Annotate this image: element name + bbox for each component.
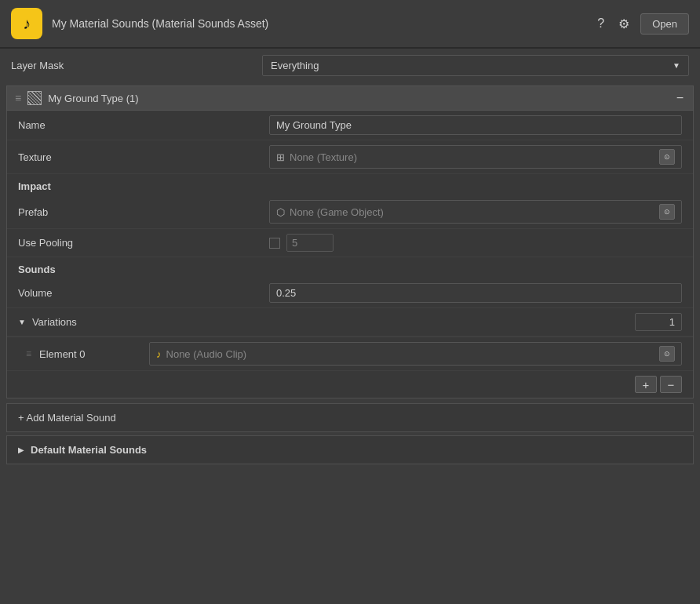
variations-row: ▼ Variations: [7, 308, 693, 337]
prefab-value: None (Game Object): [290, 206, 656, 218]
layer-mask-dropdown[interactable]: Everything ▼: [262, 55, 689, 76]
name-label: Name: [18, 119, 269, 131]
chevron-down-icon: ▼: [673, 61, 680, 70]
prefab-select-button[interactable]: ⊙: [659, 204, 675, 220]
variations-count-input[interactable]: [635, 313, 682, 331]
layer-mask-row: Layer Mask Everything ▼: [0, 48, 700, 82]
texture-icon: ⊞: [276, 151, 285, 163]
title-bar: ♪ My Material Sounds (Material Sounds As…: [0, 0, 700, 47]
prefab-icon: ⬡: [276, 206, 285, 218]
help-button[interactable]: ?: [594, 15, 607, 32]
add-material-label: + Add Material Sound: [18, 412, 116, 424]
collapse-button[interactable]: −: [675, 91, 685, 105]
fields-area: Name Texture ⊞ None (Texture) ⊙ Impact P…: [6, 111, 694, 398]
sounds-header: Sounds: [7, 257, 693, 278]
window-title: My Material Sounds (Material Sounds Asse…: [52, 17, 268, 30]
texture-value: None (Texture): [290, 151, 656, 163]
element-drag-icon[interactable]: ≡: [26, 348, 31, 359]
prefab-label: Prefab: [18, 206, 269, 218]
variations-label: Variations: [32, 316, 635, 328]
element-0-value: None (Audio Clip): [166, 348, 656, 360]
main-window: ♪ My Material Sounds (Material Sounds As…: [0, 0, 700, 604]
name-input[interactable]: [269, 115, 682, 135]
texture-label: Texture: [18, 151, 269, 163]
element-0-row: ≡ Element 0 ♪ None (Audio Clip) ⊙: [7, 337, 693, 370]
drag-handle-icon[interactable]: ≡: [15, 92, 21, 104]
add-element-button[interactable]: +: [635, 376, 657, 393]
expand-arrow-icon: ▶: [18, 446, 24, 454]
ground-type-title: My Ground Type (1): [48, 93, 668, 104]
use-pooling-controls: [269, 234, 682, 252]
volume-row: Volume: [7, 278, 693, 308]
use-pooling-row: Use Pooling: [7, 229, 693, 257]
volume-input[interactable]: [269, 283, 682, 303]
open-button[interactable]: Open: [640, 13, 689, 35]
add-material-sound-row[interactable]: + Add Material Sound: [6, 403, 694, 432]
impact-header: Impact: [7, 174, 693, 195]
texture-row: Texture ⊞ None (Texture) ⊙: [7, 140, 693, 174]
title-left: ♪ My Material Sounds (Material Sounds As…: [11, 8, 268, 39]
pooling-count-input[interactable]: [286, 234, 334, 252]
name-row: Name: [7, 111, 693, 140]
layer-mask-value: Everything: [271, 60, 319, 71]
element-0-field: ♪ None (Audio Clip) ⊙: [149, 342, 682, 366]
plus-minus-row: + −: [7, 370, 693, 398]
default-material-sounds-row[interactable]: ▶ Default Material Sounds: [6, 435, 694, 464]
use-pooling-checkbox[interactable]: [269, 238, 280, 249]
audio-clip-icon: ♪: [156, 348, 162, 360]
remove-element-button[interactable]: −: [660, 376, 682, 393]
element-0-label: Element 0: [39, 348, 149, 360]
title-right: ? ⚙ Open: [594, 13, 689, 35]
hatch-icon: [27, 91, 42, 105]
layer-mask-label: Layer Mask: [11, 60, 262, 71]
app-icon: ♪: [11, 8, 42, 39]
texture-select-button[interactable]: ⊙: [659, 149, 675, 165]
volume-label: Volume: [18, 287, 269, 299]
ground-type-section-header: ≡ My Ground Type (1) −: [6, 86, 694, 111]
use-pooling-label: Use Pooling: [18, 237, 269, 249]
variations-arrow-icon[interactable]: ▼: [18, 318, 26, 326]
settings-button[interactable]: ⚙: [615, 15, 633, 33]
prefab-field: ⬡ None (Game Object) ⊙: [269, 200, 682, 224]
main-content: ≡ My Ground Type (1) − Name Texture ⊞ No…: [6, 86, 694, 464]
default-sounds-label: Default Material Sounds: [31, 444, 147, 456]
element-0-select-button[interactable]: ⊙: [659, 346, 675, 362]
texture-field: ⊞ None (Texture) ⊙: [269, 145, 682, 169]
prefab-row: Prefab ⬡ None (Game Object) ⊙: [7, 195, 693, 229]
